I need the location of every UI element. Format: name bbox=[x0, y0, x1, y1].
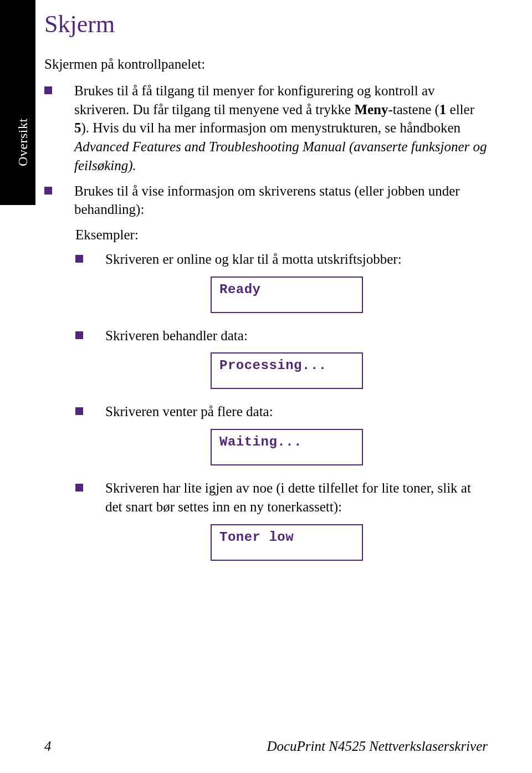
page-title: Skjerm bbox=[44, 10, 488, 38]
bullet-square-icon bbox=[44, 86, 52, 94]
lcd-text-toner-low: Toner low bbox=[219, 530, 354, 545]
lcd-text-processing: Processing... bbox=[219, 358, 354, 373]
examples-label: Eksempler: bbox=[75, 226, 488, 244]
bullet-text-2: Brukes til å vise informasjon om skriver… bbox=[74, 182, 488, 219]
side-tab: Oversikt bbox=[0, 0, 35, 205]
b1-italic: Advanced Features and Troubleshooting Ma… bbox=[74, 139, 487, 173]
bullet-square-icon bbox=[75, 484, 83, 492]
example-item-1: Skriveren er online og klar til å motta … bbox=[75, 250, 488, 269]
bullet-square-icon bbox=[75, 331, 83, 339]
b1-post1: ). Hvis du vil ha mer informasjon om men… bbox=[81, 120, 461, 135]
page-number: 4 bbox=[44, 739, 52, 754]
intro-text: Skjermen på kontrollpanelet: bbox=[44, 55, 488, 74]
lcd-text-waiting: Waiting... bbox=[219, 434, 354, 449]
lcd-text-ready: Ready bbox=[219, 282, 354, 297]
bullet-square-icon bbox=[75, 407, 83, 415]
lcd-box-waiting: Waiting... bbox=[211, 429, 363, 465]
b1-meny: Meny bbox=[354, 102, 388, 117]
bullet-item-2: Brukes til å vise informasjon om skriver… bbox=[44, 182, 488, 219]
bullet-item-1: Brukes til å få tilgang til menyer for k… bbox=[44, 81, 488, 175]
content-area: Skjerm Skjermen på kontrollpanelet: Bruk… bbox=[44, 0, 488, 574]
document-page: Oversikt Skjerm Skjermen på kontrollpane… bbox=[0, 0, 532, 773]
example-item-2: Skriveren behandler data: bbox=[75, 326, 488, 345]
example-item-3: Skriveren venter på flere data: bbox=[75, 402, 488, 421]
example-text-4: Skriveren har lite igjen av noe (i dette… bbox=[105, 479, 488, 516]
b1-five: 5 bbox=[74, 120, 81, 135]
example-text-2: Skriveren behandler data: bbox=[105, 326, 248, 345]
lcd-box-processing: Processing... bbox=[211, 352, 363, 389]
bullet-square-icon bbox=[75, 255, 83, 263]
b1-one: 1 bbox=[439, 102, 447, 117]
page-footer: 4 DocuPrint N4525 Nettverkslaserskriver bbox=[44, 739, 488, 754]
b1-mid: -tastene ( bbox=[388, 102, 439, 117]
side-tab-label: Oversikt bbox=[16, 118, 30, 166]
bullet-square-icon bbox=[44, 187, 52, 194]
bullet-text-1: Brukes til å få tilgang til menyer for k… bbox=[74, 81, 488, 175]
lcd-box-toner-low: Toner low bbox=[211, 524, 363, 561]
b1-or: eller bbox=[446, 102, 474, 117]
product-name: DocuPrint N4525 Nettverkslaserskriver bbox=[267, 739, 488, 754]
example-text-1: Skriveren er online og klar til å motta … bbox=[105, 250, 402, 269]
example-text-3: Skriveren venter på flere data: bbox=[105, 402, 273, 421]
lcd-box-ready: Ready bbox=[211, 277, 363, 313]
example-item-4: Skriveren har lite igjen av noe (i dette… bbox=[75, 479, 488, 516]
